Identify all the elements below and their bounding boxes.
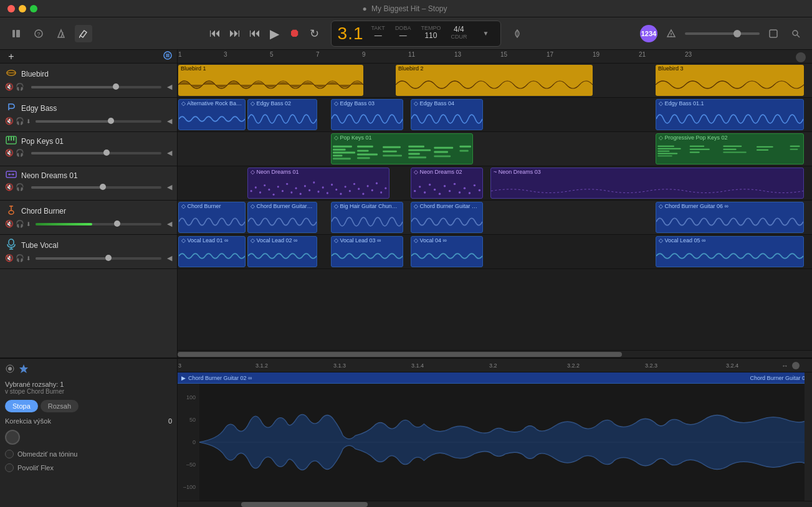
track-header-chord-burner[interactable]: Chord Burner 🔇 🎧 ⬇ ◀ [0, 201, 177, 235]
download-icon-chord-burner[interactable]: ⬇ [26, 221, 31, 227]
sig-dropdown[interactable]: ▼ [477, 25, 494, 42]
editor-smart-icon[interactable] [19, 364, 29, 376]
rewind-button[interactable]: ⏮ [206, 25, 224, 42]
checkbox-povolitflex[interactable] [5, 463, 14, 472]
mute-icon-chord-burner[interactable]: 🔇 [5, 220, 14, 228]
clip-bluebird-3[interactable]: Bluebird 3 [656, 65, 804, 96]
mute-icon-pop-keys[interactable]: 🔇 [5, 149, 14, 157]
track-lane-edgy-bass[interactable]: ◇ Alternative Rock Bass 01 ◇ Edgy Bass 0… [178, 98, 812, 132]
clip-pop-keys-1[interactable]: ◇ Pop Keys 01 [331, 133, 473, 164]
user-badge[interactable]: 1234 [640, 25, 657, 42]
loop-button[interactable]: ↻ [306, 25, 323, 42]
tab-stopa[interactable]: Stopa [5, 400, 38, 412]
clip-tube-vocal-1[interactable]: ◇ Vocal Lead 01 ∞ [178, 236, 246, 267]
clip-tube-vocal-5[interactable]: ◇ Vocal Lead 05 ∞ [656, 236, 804, 267]
headphone-icon-tube-vocal[interactable]: 🎧 [16, 254, 24, 262]
svg-point-73 [264, 184, 265, 186]
volume-fader-bluebird[interactable] [31, 86, 161, 88]
clip-neon-dreams-2[interactable]: ◇ Neon Dreams 02 [411, 168, 483, 199]
volume-fader-tube-vocal[interactable] [36, 257, 161, 260]
search-icon[interactable] [787, 25, 805, 42]
mute-icon-bluebird[interactable]: 🔇 [5, 83, 14, 91]
track-header-bluebird[interactable]: Bluebird 🔇 🎧 ◀ [0, 64, 177, 98]
track-lane-chord-burner[interactable]: ◇ Chord Burner ◇ Chord Burner Guitar 03 … [178, 201, 812, 235]
ruler-mark-23: 23 [685, 51, 692, 58]
clip-chord-burner-2[interactable]: ◇ Big Hair Guitar Chunk 04 ∞ [331, 202, 403, 233]
editor-hscroll[interactable] [178, 501, 812, 507]
pencil-button[interactable] [75, 25, 92, 42]
tab-rozsah[interactable]: Rozsah [41, 400, 79, 412]
smart-controls-button[interactable] [163, 51, 172, 62]
volume-fader-neon-dreams[interactable] [31, 186, 161, 189]
clip-tube-vocal-3[interactable]: ◇ Vocal Lead 03 ∞ [331, 236, 403, 267]
editor-mode-icon[interactable] [5, 364, 15, 376]
clip-edgy-bass-4[interactable]: ◇ Edgy Bass 01.1 [656, 99, 804, 130]
clip-edgy-bass-3[interactable]: ◇ Edgy Bass 04 [411, 99, 483, 130]
to-start-button[interactable]: ⏮ [246, 25, 264, 42]
headphone-icon-chord-burner[interactable]: 🎧 [16, 220, 24, 228]
headphone-icon-bluebird[interactable]: 🎧 [16, 83, 24, 91]
mute-icon-tube-vocal[interactable]: 🔇 [5, 254, 14, 262]
window-controls[interactable] [7, 5, 37, 12]
clip-bluebird-1[interactable]: Bluebird 1 [178, 65, 363, 96]
pitch-correction-knob[interactable] [5, 430, 20, 445]
clip-chord-burner-0[interactable]: ◇ Chord Burner [178, 202, 246, 233]
clip-bluebird-2[interactable]: Bluebird 2 [396, 65, 593, 96]
clip-neon-dreams-1[interactable]: ◇ Neon Dreams 01 [247, 168, 389, 199]
alert-icon[interactable] [662, 25, 680, 42]
track-header-tube-vocal[interactable]: Tube Vocal 🔇 🎧 ⬇ ◀ [0, 235, 177, 269]
clip-neon-dreams-3[interactable]: ~ Neon Dreams 03 [490, 168, 804, 199]
clip-chord-burner-1[interactable]: ◇ Chord Burner Guitar 03 ∞ [247, 202, 317, 233]
clip-chord-burner-4[interactable]: ◇ Chord Burner Guitar 06 ∞ [656, 202, 804, 233]
fast-forward-button[interactable]: ⏭ [226, 25, 244, 42]
master-volume[interactable] [685, 32, 760, 35]
clip-label-tube-vocal-2: ◇ Vocal Lead 02 ∞ [248, 237, 317, 244]
headphone-icon-neon-dreams[interactable]: 🎧 [16, 183, 24, 191]
editor-vscroll[interactable] [805, 372, 812, 501]
headphone-icon-pop-keys[interactable]: 🎧 [16, 149, 24, 157]
add-track-button[interactable]: + [5, 50, 17, 63]
editor-hscroll-thumb[interactable] [241, 502, 368, 507]
close-button[interactable] [7, 5, 15, 12]
svg-rect-31 [9, 239, 14, 245]
record-button[interactable]: ⏺ [286, 25, 303, 42]
mute-icon-neon-dreams[interactable]: 🔇 [5, 183, 14, 191]
mute-icon-edgy-bass[interactable]: 🔇 [5, 117, 14, 125]
track-lane-pop-keys[interactable]: ◇ Pop Keys 01 [178, 132, 812, 166]
clip-tube-vocal-4[interactable]: ◇ Vocal 04 ∞ [411, 236, 483, 267]
editor-content[interactable]: ▶ Chord Burner Guitar 02 ∞ Chord Burner … [178, 372, 812, 501]
editor-expand-icon[interactable]: ↔ [781, 362, 788, 369]
play-button[interactable]: ▶ [266, 25, 284, 42]
position-display[interactable]: 3.1 TAKT — DOBA — TEMPO 110 4/4 Cdur [331, 21, 502, 47]
track-lane-tube-vocal[interactable]: ◇ Vocal Lead 01 ∞ ◇ Vocal Lead 02 ∞ ◇ Vo… [178, 235, 812, 269]
volume-fader-edgy-bass[interactable] [36, 120, 161, 123]
clip-edgy-bass-2[interactable]: ◇ Edgy Bass 03 [331, 99, 403, 130]
track-lane-neon-dreams[interactable]: ◇ Neon Dreams 01 [178, 166, 812, 201]
download-icon-tube-vocal[interactable]: ⬇ [26, 255, 31, 262]
track-header-pop-keys[interactable]: Pop Keys 01 🔇 🎧 ◀ [0, 132, 177, 166]
volume-slider[interactable] [685, 32, 760, 35]
track-lane-bluebird[interactable]: Bluebird 1 Bluebird 2 [178, 64, 812, 98]
window-size-icon[interactable] [765, 25, 782, 42]
download-icon-edgy-bass[interactable]: ⬇ [26, 118, 31, 125]
volume-fader-pop-keys[interactable] [31, 152, 161, 154]
clip-tube-vocal-2[interactable]: ◇ Vocal Lead 02 ∞ [247, 236, 317, 267]
help-button[interactable]: ? [30, 25, 47, 42]
track-header-edgy-bass[interactable]: Edgy Bass 🔇 🎧 ⬇ ◀ [0, 98, 177, 132]
arrange-hscroll[interactable] [178, 350, 812, 358]
minimize-button[interactable] [19, 5, 26, 12]
clip-edgy-bass-0[interactable]: ◇ Alternative Rock Bass 01 [178, 99, 246, 130]
clip-chord-burner-3[interactable]: ◇ Chord Burner Guitar 05 ∞ [411, 202, 483, 233]
library-button[interactable] [7, 25, 25, 42]
clip-pop-keys-2[interactable]: ◇ Progressive Pop Keys 02 [656, 133, 804, 164]
metronome-button[interactable] [52, 25, 70, 42]
volume-fader-chord-burner[interactable] [36, 223, 161, 225]
clip-edgy-bass-1[interactable]: ◇ Edgy Bass 02 [247, 99, 317, 130]
maximize-button[interactable] [30, 5, 37, 12]
svg-rect-58 [657, 153, 677, 154]
headphone-icon-edgy-bass[interactable]: 🎧 [16, 117, 24, 125]
tune-icon[interactable] [509, 25, 526, 42]
track-header-neon-dreams[interactable]: Neon Dreams 01 🔇 🎧 ◀ [0, 166, 177, 201]
checkbox-obmedziť[interactable] [5, 450, 14, 458]
arrange-hscroll-thumb[interactable] [178, 352, 622, 357]
